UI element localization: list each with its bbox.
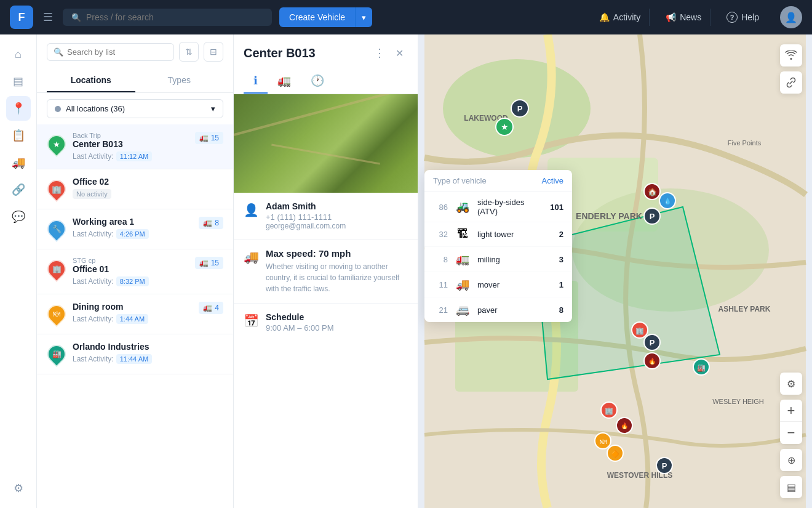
vt-name-1: light tower xyxy=(477,230,553,239)
filter-btn[interactable]: ⊟ xyxy=(204,42,223,62)
avatar[interactable]: 👤 xyxy=(780,6,802,28)
sidebar-item-share[interactable]: 🔗 xyxy=(6,177,31,202)
wifi-ctrl-btn[interactable] xyxy=(780,44,802,67)
list-search-icon: 🔍 xyxy=(54,47,63,57)
speaker-icon: 📢 xyxy=(666,12,676,22)
location-list: ★ Back Trip Center B013 Last Activity: 1… xyxy=(37,124,233,508)
link-ctrl-btn[interactable] xyxy=(780,71,802,94)
vt-count-3: 11 xyxy=(433,280,448,289)
activity-time-badge: 11:44 AM xyxy=(116,354,152,364)
sidebar-item-settings[interactable]: ⚙ xyxy=(6,476,31,501)
list-item[interactable]: 🔧 Working area 1 Last Activity: 4:26 PM … xyxy=(37,209,233,249)
detail-tab-history[interactable]: 🕐 xyxy=(301,69,334,94)
location-pin-green: ★ xyxy=(47,132,66,156)
location-activity: Last Activity: 4:26 PM xyxy=(73,229,193,239)
list-tabs: Locations Types xyxy=(37,69,233,93)
close-detail-btn[interactable]: ✕ xyxy=(391,44,408,62)
search-icon: 🔍 xyxy=(71,13,81,22)
location-pin-red: 🏢 xyxy=(47,177,66,201)
schedule-label: Schedule xyxy=(266,312,334,322)
vt-name-0: side-by-sides (ATV) xyxy=(477,198,544,216)
sidebar-item-location[interactable]: 📍 xyxy=(6,96,31,121)
settings-ctrl-btn[interactable]: ⚙ xyxy=(780,373,802,395)
sidebar-item-home[interactable]: ⌂ xyxy=(6,42,31,67)
vt-icon-2: 🚛 xyxy=(454,252,471,266)
location-pin-blue: 🔧 xyxy=(47,217,66,241)
locations-filter-select[interactable]: All locations (36) ▾ xyxy=(47,99,223,118)
svg-text:💧: 💧 xyxy=(664,197,672,205)
tab-types[interactable]: Types xyxy=(135,69,224,92)
detail-tab-vehicle[interactable]: 🚛 xyxy=(268,69,301,94)
create-vehicle-dropdown[interactable]: ▾ xyxy=(355,7,372,27)
vt-row-3[interactable]: 11 🚚 mover 1 xyxy=(424,272,572,297)
vt-count-4: 21 xyxy=(433,305,448,315)
sidebar-item-contacts[interactable]: 📋 xyxy=(6,123,31,148)
location-center-btn[interactable]: ⊕ xyxy=(780,449,802,471)
svg-text:🏠: 🏠 xyxy=(648,187,657,196)
vt-dropdown-header: Type of vehicle Active xyxy=(424,170,572,192)
location-category: Back Trip xyxy=(73,132,189,139)
detail-panel: Center B013 ⋮ ✕ ℹ 🚛 🕐 👤 Adam Smith xyxy=(234,34,418,508)
vt-row-0[interactable]: 86 🚜 side-by-sides (ATV) 101 xyxy=(424,192,572,222)
more-options-btn[interactable]: ⋮ xyxy=(371,44,388,62)
search-input[interactable] xyxy=(86,12,263,22)
help-nav[interactable]: ? Help xyxy=(718,8,768,26)
vt-row-2[interactable]: 8 🚛 milling 3 xyxy=(424,247,572,272)
search-bar[interactable]: 🔍 xyxy=(63,9,272,26)
svg-text:Five Points: Five Points xyxy=(728,139,762,147)
location-name: Orlando Industries xyxy=(73,342,223,352)
layers-ctrl-btn[interactable]: ▤ xyxy=(780,476,802,498)
calendar-icon: 📅 xyxy=(244,313,258,328)
svg-text:🏭: 🏭 xyxy=(697,363,706,372)
contact-phone: +1 (111) 111-1111 xyxy=(266,212,346,222)
list-item[interactable]: 🏢 STG cp Office 01 Last Activity: 8:32 P… xyxy=(37,249,233,294)
vt-row-1[interactable]: 32 🏗 light tower 2 xyxy=(424,222,572,247)
news-nav[interactable]: 📢 News xyxy=(657,9,710,26)
location-name: Working area 1 xyxy=(73,217,193,227)
location-info: STG cp Office 01 Last Activity: 8:32 PM xyxy=(73,257,189,286)
sort-filter-btn[interactable]: ⇅ xyxy=(179,42,199,62)
truck-icon: 🚛 xyxy=(199,259,209,267)
vt-active-2: 3 xyxy=(559,255,563,264)
activity-nav[interactable]: 🔔 Activity xyxy=(591,9,650,26)
vehicle-count-badge: 🚛 8 xyxy=(199,217,223,229)
detail-tab-info[interactable]: ℹ xyxy=(244,69,268,94)
tab-locations[interactable]: Locations xyxy=(47,69,135,92)
vt-name-3: mover xyxy=(477,280,553,289)
detail-speed-section: 🚚 Max speed: 70 mph Whether visiting or … xyxy=(234,240,418,304)
vehicle-count-badge: 🚛 15 xyxy=(195,257,223,269)
contact-email: george@gmail.com.com xyxy=(266,222,346,230)
list-item[interactable]: 🏢 Office 02 No activity xyxy=(37,169,233,209)
schedule-value: 9:00 AM – 6:00 PM xyxy=(266,323,334,333)
list-item[interactable]: 🍽 Dining room Last Activity: 1:44 AM 🚛 4 xyxy=(37,294,233,334)
list-search-wrap[interactable]: 🔍 xyxy=(47,43,174,61)
create-vehicle-group: Create Vehicle ▾ xyxy=(279,7,372,27)
sidebar-item-chat[interactable]: 💬 xyxy=(6,204,31,229)
svg-text:WESLEY HEIGH: WESLEY HEIGH xyxy=(712,398,764,405)
list-item[interactable]: 🏭 Orlando Industries Last Activity: 11:4… xyxy=(37,334,233,374)
truck-icon: 🚛 xyxy=(203,219,212,227)
map-controls-bottom: ⚙ + − ⊕ ▤ xyxy=(780,373,802,498)
svg-text:🏢: 🏢 xyxy=(635,326,644,335)
vehicle-count-badge: 🚛 15 xyxy=(195,132,223,144)
create-vehicle-button[interactable]: Create Vehicle xyxy=(279,7,355,27)
vt-icon-0: 🚜 xyxy=(454,200,471,214)
sidebar-item-layers[interactable]: ▤ xyxy=(6,69,31,94)
list-item[interactable]: ★ Back Trip Center B013 Last Activity: 1… xyxy=(37,124,233,169)
location-info: Back Trip Center B013 Last Activity: 11:… xyxy=(73,132,189,161)
app-logo[interactable]: F xyxy=(10,6,33,29)
svg-text:🍽: 🍽 xyxy=(600,438,607,445)
map-area[interactable]: ENDERLY PARK LAKEWOOD Five Points ASHLEY… xyxy=(418,34,812,508)
list-search-input[interactable] xyxy=(67,47,167,57)
sidebar-item-truck[interactable]: 🚚 xyxy=(6,150,31,175)
vt-row-4[interactable]: 21 🚐 paver 8 xyxy=(424,297,572,322)
activity-time-badge: 11:12 AM xyxy=(116,151,152,161)
location-pin-orange: 🍽 xyxy=(47,302,66,326)
menu-icon[interactable]: ☰ xyxy=(41,8,55,26)
zoom-out-btn[interactable]: − xyxy=(780,422,802,444)
zoom-in-btn[interactable]: + xyxy=(780,400,802,422)
chevron-down-icon: ▾ xyxy=(211,104,215,113)
max-speed-label: Max speed: 70 mph xyxy=(266,248,408,259)
vt-count-2: 8 xyxy=(433,255,448,264)
location-activity: Last Activity: 11:12 AM xyxy=(73,151,189,161)
